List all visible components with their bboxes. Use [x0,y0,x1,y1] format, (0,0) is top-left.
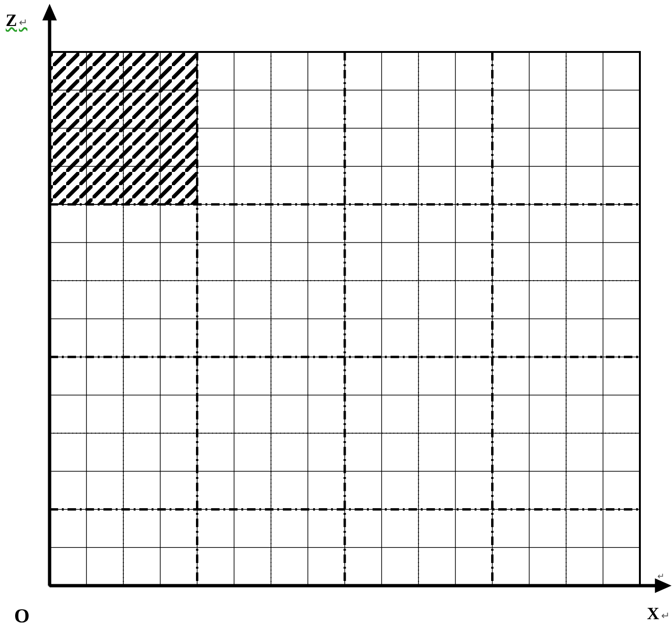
svg-text:↵: ↵ [657,571,664,581]
x-axis-label: X↵ [647,604,670,623]
svg-marker-44 [43,4,57,20]
return-icon: ↵ [19,17,27,28]
hatched-region [50,52,197,205]
origin-text: O [14,605,30,627]
svg-rect-42 [50,52,197,205]
origin-label: O [14,605,30,627]
z-axis-label: Z↵ [6,10,27,30]
z-axis-text: Z [6,11,17,30]
x-axis-text: X [647,604,659,623]
return-icon: ↵ [661,610,670,622]
diagram-svg: ↵ [0,0,672,631]
